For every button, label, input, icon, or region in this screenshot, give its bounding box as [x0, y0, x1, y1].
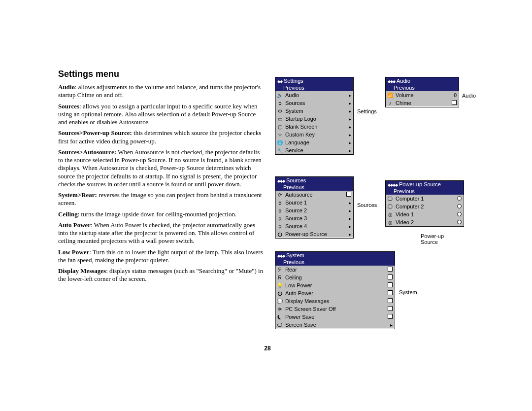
radio-button[interactable] — [455, 196, 462, 202]
checkbox[interactable] — [386, 298, 393, 304]
menu-item-label: Computer 2 — [396, 204, 455, 209]
menu-item-label: Screen Save — [285, 322, 386, 328]
rear-icon: Я — [276, 266, 283, 273]
menu-item[interactable]: ➲Source 3 — [275, 214, 353, 222]
menu-item-label: Low Power — [285, 282, 386, 288]
wrench-icon: 🔧 — [276, 147, 283, 154]
caption-system: System — [399, 289, 417, 295]
menu-item-label: Rear — [285, 267, 386, 273]
menu-item[interactable]: ⏻Auto Power — [275, 289, 395, 297]
submenu-arrow-icon — [344, 93, 351, 98]
para-rest: : allows adjustments to the volume and b… — [58, 83, 261, 99]
previous-item[interactable]: Previous — [275, 84, 353, 91]
menu-item[interactable]: 🔧Service — [275, 146, 353, 154]
menu-item-label: Autosource — [285, 192, 344, 198]
menu-item[interactable]: ✲PC Screen Saver Off — [275, 305, 395, 313]
blank-icon: ▢ — [276, 123, 283, 130]
auto-icon: ⟳ — [276, 191, 283, 198]
system-menu: System Previous ЯRearRCeiling💡Low Power⏻… — [275, 251, 395, 329]
submenu-arrow-icon — [344, 200, 351, 206]
menu-item-label: System — [285, 108, 344, 114]
caption-powerup: Power-up Source — [421, 233, 450, 245]
menu-item[interactable]: ♪Chime — [386, 99, 459, 107]
power-icon: ⏻ — [276, 290, 283, 297]
menu-item[interactable]: ☆Custom Key — [275, 131, 353, 138]
menu-item[interactable]: 🖵Computer 2 — [386, 203, 464, 210]
source-icon: ➲ — [276, 215, 283, 222]
menu-title: Power-up Source — [386, 181, 464, 188]
checkbox[interactable] — [386, 282, 393, 288]
menu-item[interactable]: 🔈Audio — [275, 91, 353, 99]
checkbox[interactable] — [386, 267, 393, 273]
menu-title: Settings — [275, 77, 353, 84]
value-text: 0 — [450, 93, 457, 98]
menu-item[interactable]: ⏾Power Save — [275, 313, 395, 321]
radio-button[interactable] — [455, 220, 462, 225]
menu-item[interactable]: ⏻Power-up Source — [275, 230, 353, 238]
gear-icon: ⚙ — [276, 107, 283, 114]
checkbox[interactable] — [386, 274, 393, 280]
powerup-source-menu: Power-up Source Previous 🖵Computer 1🖵Com… — [385, 180, 464, 227]
para-bold: Sources>Power-up Source: — [58, 129, 132, 137]
menu-item[interactable]: ➲Source 1 — [275, 199, 353, 206]
source-icon: ➲ — [276, 100, 283, 106]
menu-item[interactable]: RCeiling — [275, 274, 395, 281]
checkbox[interactable] — [386, 290, 393, 296]
para-bold: Sources — [58, 103, 79, 110]
speaker-icon: 🔈 — [276, 92, 283, 99]
menu-item-label: Power-up Source — [285, 231, 344, 237]
menu-item[interactable]: ⟳Autosource — [275, 191, 353, 199]
checkbox[interactable] — [344, 192, 351, 198]
source-icon: ➲ — [276, 223, 283, 230]
power-icon: ⏻ — [276, 231, 283, 238]
menu-item[interactable]: ▢Blank Screen — [275, 123, 353, 131]
caption-audio: Audio — [462, 93, 476, 99]
checkbox[interactable] — [386, 306, 393, 312]
menu-item[interactable]: ⚙System — [275, 107, 353, 115]
video-icon: ◎ — [387, 219, 394, 226]
menu-item[interactable]: ➲Source 4 — [275, 222, 353, 230]
ceiling-icon: R — [276, 274, 283, 281]
menu-item[interactable]: 🖵Computer 1 — [386, 195, 464, 203]
menu-title: Sources — [275, 177, 353, 184]
logo-icon: ▭ — [276, 115, 283, 122]
menu-item[interactable]: ЯRear — [275, 266, 395, 274]
previous-item[interactable]: Previous — [275, 184, 353, 191]
menu-item-label: Video 1 — [396, 211, 455, 217]
para-bold: Audio — [58, 83, 75, 91]
audio-menu: Audio Previous 📶Volume0♪Chime — [385, 77, 459, 107]
previous-item[interactable]: Previous — [386, 84, 459, 91]
menu-item-label: Chime — [396, 100, 450, 106]
menu-item[interactable]: ◎Video 1 — [386, 210, 464, 218]
menu-item[interactable]: ▭Startup Logo — [275, 115, 353, 123]
menu-item[interactable]: 🖵Screen Save — [275, 321, 395, 329]
menu-item-label: Language — [285, 139, 344, 145]
para-rest: : Turn this on to lower the light output… — [58, 248, 263, 264]
menu-item-label: Blank Screen — [285, 124, 344, 130]
para-bold: System>Rear: — [58, 191, 97, 199]
menu-item-label: Custom Key — [285, 132, 344, 137]
checkbox[interactable] — [450, 100, 457, 106]
menu-item[interactable]: 💬Display Messages — [275, 297, 395, 305]
menu-item-label: Service — [285, 147, 344, 153]
submenu-arrow-icon — [344, 148, 351, 153]
menu-item[interactable]: 🌐Language — [275, 138, 353, 146]
menu-item[interactable]: ➲Sources — [275, 99, 353, 107]
menu-item[interactable]: ◎Video 2 — [386, 218, 464, 226]
menu-item-label: Source 4 — [285, 223, 344, 229]
previous-item[interactable]: Previous — [275, 259, 395, 266]
msg-icon: 💬 — [276, 298, 283, 305]
menu-item[interactable]: 💡Low Power — [275, 281, 395, 289]
menu-item[interactable]: ➲Source 2 — [275, 206, 353, 214]
radio-button[interactable] — [455, 204, 462, 209]
submenu-arrow-icon — [344, 116, 351, 122]
para-bold: Sources>Autosource: — [58, 148, 116, 156]
previous-item[interactable]: Previous — [386, 188, 464, 195]
para-bold: Low Power — [58, 248, 89, 256]
sources-menu: Sources Previous ⟳Autosource➲Source 1➲So… — [275, 176, 354, 239]
submenu-arrow-icon — [344, 140, 351, 145]
menu-item-label: Sources — [285, 100, 344, 106]
radio-button[interactable] — [455, 212, 462, 217]
menu-item[interactable]: 📶Volume0 — [386, 91, 459, 99]
checkbox[interactable] — [386, 314, 393, 320]
